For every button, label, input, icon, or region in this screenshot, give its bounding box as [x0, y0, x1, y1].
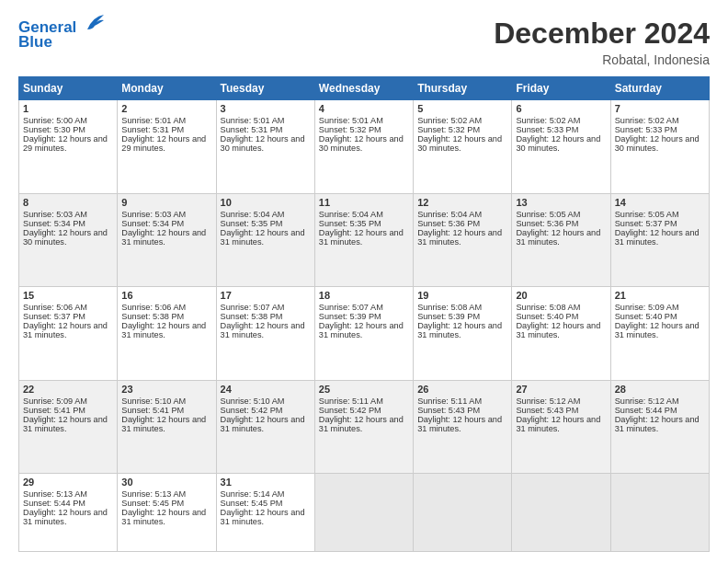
- col-header-saturday: Saturday: [610, 77, 709, 100]
- calendar-cell: 6Sunrise: 5:02 AMSunset: 5:33 PMDaylight…: [512, 100, 610, 194]
- day-number: 21: [615, 290, 705, 301]
- col-header-friday: Friday: [512, 77, 610, 100]
- daylight-label: Daylight: 12 hours and 30 minutes.: [221, 134, 305, 153]
- day-number: 15: [23, 290, 113, 301]
- daylight-label: Daylight: 12 hours and 31 minutes.: [121, 508, 206, 526]
- day-number: 1: [23, 103, 113, 114]
- daylight-label: Daylight: 12 hours and 31 minutes.: [319, 321, 404, 339]
- week-row-5: 29Sunrise: 5:13 AMSunset: 5:44 PMDayligh…: [19, 474, 710, 552]
- calendar-cell: 4Sunrise: 5:01 AMSunset: 5:32 PMDaylight…: [314, 100, 413, 194]
- sunrise: Sunrise: 5:05 AM: [615, 210, 679, 219]
- day-number: 30: [121, 477, 211, 488]
- bird-icon: [80, 13, 106, 33]
- daylight-label: Daylight: 12 hours and 31 minutes.: [319, 415, 404, 433]
- col-header-wednesday: Wednesday: [314, 77, 413, 100]
- title-block: December 2024 Robatal, Indonesia: [494, 17, 710, 67]
- sunrise: Sunrise: 5:11 AM: [319, 396, 383, 406]
- day-number: 13: [516, 197, 606, 208]
- day-number: 31: [221, 477, 311, 488]
- sunset: Sunset: 5:44 PM: [23, 499, 85, 508]
- day-number: 28: [615, 384, 705, 395]
- calendar-cell: 27Sunrise: 5:12 AMSunset: 5:43 PMDayligh…: [512, 380, 610, 474]
- calendar-cell: 20Sunrise: 5:08 AMSunset: 5:40 PMDayligh…: [512, 287, 610, 381]
- sunset: Sunset: 5:31 PM: [121, 125, 184, 134]
- sunrise: Sunrise: 5:00 AM: [23, 116, 87, 125]
- sunset: Sunset: 5:39 PM: [319, 312, 381, 321]
- day-number: 16: [121, 290, 211, 301]
- page: General Blue December 2024 Robatal, Indo…: [0, 0, 728, 563]
- sunset: Sunset: 5:44 PM: [615, 406, 677, 415]
- sunrise: Sunrise: 5:07 AM: [319, 303, 383, 312]
- calendar-cell: 30Sunrise: 5:13 AMSunset: 5:45 PMDayligh…: [118, 474, 216, 552]
- sunrise: Sunrise: 5:06 AM: [23, 303, 87, 312]
- sunset: Sunset: 5:31 PM: [221, 125, 283, 134]
- daylight-label: Daylight: 12 hours and 31 minutes.: [221, 321, 305, 339]
- calendar-cell: [512, 474, 610, 552]
- sunset: Sunset: 5:35 PM: [319, 219, 381, 228]
- daylight-label: Daylight: 12 hours and 31 minutes.: [221, 228, 305, 247]
- sunrise: Sunrise: 5:03 AM: [23, 210, 87, 219]
- daylight-label: Daylight: 12 hours and 31 minutes.: [417, 321, 502, 339]
- day-number: 2: [121, 103, 211, 114]
- calendar-cell: [610, 474, 709, 552]
- sunset: Sunset: 5:45 PM: [121, 499, 184, 508]
- day-number: 8: [23, 197, 113, 208]
- sunrise: Sunrise: 5:01 AM: [221, 116, 285, 125]
- sunset: Sunset: 5:40 PM: [615, 312, 677, 321]
- daylight-label: Daylight: 12 hours and 31 minutes.: [615, 415, 700, 433]
- calendar-cell: 15Sunrise: 5:06 AMSunset: 5:37 PMDayligh…: [19, 287, 118, 381]
- calendar-cell: 13Sunrise: 5:05 AMSunset: 5:36 PMDayligh…: [512, 193, 610, 287]
- day-number: 18: [319, 290, 409, 301]
- calendar-cell: 23Sunrise: 5:10 AMSunset: 5:41 PMDayligh…: [118, 380, 216, 474]
- calendar-cell: 19Sunrise: 5:08 AMSunset: 5:39 PMDayligh…: [414, 287, 512, 381]
- sunrise: Sunrise: 5:09 AM: [23, 396, 87, 406]
- calendar-cell: 9Sunrise: 5:03 AMSunset: 5:34 PMDaylight…: [118, 193, 216, 287]
- sunset: Sunset: 5:32 PM: [319, 125, 381, 134]
- day-number: 12: [417, 197, 507, 208]
- sunrise: Sunrise: 5:04 AM: [221, 210, 285, 219]
- sunrise: Sunrise: 5:09 AM: [615, 303, 679, 312]
- sunrise: Sunrise: 5:12 AM: [516, 396, 580, 406]
- sunset: Sunset: 5:36 PM: [417, 219, 480, 228]
- col-header-monday: Monday: [118, 77, 216, 100]
- logo: General Blue: [18, 17, 106, 52]
- day-number: 27: [516, 384, 606, 395]
- day-number: 17: [221, 290, 311, 301]
- sunset: Sunset: 5:39 PM: [417, 312, 480, 321]
- calendar-cell: 14Sunrise: 5:05 AMSunset: 5:37 PMDayligh…: [610, 193, 709, 287]
- sunset: Sunset: 5:34 PM: [121, 219, 184, 228]
- daylight-label: Daylight: 12 hours and 31 minutes.: [221, 508, 305, 526]
- daylight-label: Daylight: 12 hours and 31 minutes.: [23, 321, 108, 339]
- week-row-1: 1Sunrise: 5:00 AMSunset: 5:30 PMDaylight…: [19, 100, 710, 194]
- week-row-4: 22Sunrise: 5:09 AMSunset: 5:41 PMDayligh…: [19, 380, 710, 474]
- calendar: SundayMondayTuesdayWednesdayThursdayFrid…: [18, 76, 710, 552]
- daylight-label: Daylight: 12 hours and 29 minutes.: [121, 134, 206, 153]
- sunset: Sunset: 5:37 PM: [615, 219, 677, 228]
- daylight-label: Daylight: 12 hours and 31 minutes.: [516, 415, 600, 433]
- col-header-thursday: Thursday: [414, 77, 512, 100]
- sunset: Sunset: 5:41 PM: [121, 406, 184, 415]
- calendar-cell: [314, 474, 413, 552]
- calendar-cell: 12Sunrise: 5:04 AMSunset: 5:36 PMDayligh…: [414, 193, 512, 287]
- sunset: Sunset: 5:35 PM: [221, 219, 283, 228]
- col-header-sunday: Sunday: [19, 77, 118, 100]
- day-number: 7: [615, 103, 705, 114]
- daylight-label: Daylight: 12 hours and 30 minutes.: [516, 134, 600, 153]
- day-number: 19: [417, 290, 507, 301]
- sunset: Sunset: 5:33 PM: [615, 125, 677, 134]
- daylight-label: Daylight: 12 hours and 31 minutes.: [615, 228, 700, 247]
- calendar-cell: 26Sunrise: 5:11 AMSunset: 5:43 PMDayligh…: [414, 380, 512, 474]
- sunset: Sunset: 5:42 PM: [221, 406, 283, 415]
- col-header-tuesday: Tuesday: [216, 77, 314, 100]
- sunrise: Sunrise: 5:01 AM: [121, 116, 186, 125]
- sunset: Sunset: 5:42 PM: [319, 406, 381, 415]
- daylight-label: Daylight: 12 hours and 31 minutes.: [121, 415, 206, 433]
- daylight-label: Daylight: 12 hours and 31 minutes.: [417, 228, 502, 247]
- calendar-cell: [414, 474, 512, 552]
- sunrise: Sunrise: 5:02 AM: [417, 116, 482, 125]
- daylight-label: Daylight: 12 hours and 31 minutes.: [319, 228, 404, 247]
- sunrise: Sunrise: 5:01 AM: [319, 116, 383, 125]
- sunrise: Sunrise: 5:13 AM: [121, 489, 186, 499]
- sunset: Sunset: 5:36 PM: [516, 219, 578, 228]
- sunset: Sunset: 5:32 PM: [417, 125, 480, 134]
